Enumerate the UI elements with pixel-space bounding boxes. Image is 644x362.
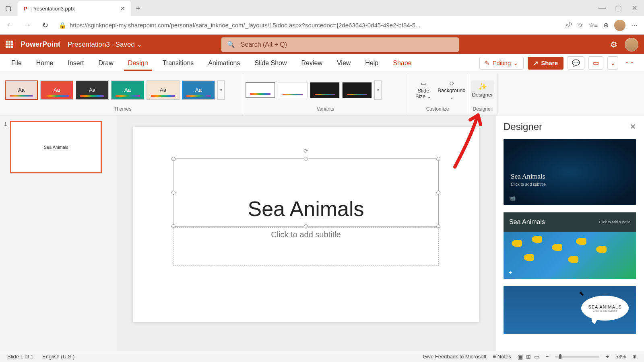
- variants-more-button[interactable]: ▾: [374, 80, 382, 100]
- slide-canvas-area[interactable]: ⟳ Sea Animals Click to add subtitle: [117, 115, 495, 351]
- slide-thumbnails-panel: 1 Sea Animals: [0, 115, 117, 351]
- design-suggestion-3[interactable]: SEA ANIMALS Click to add subtitle: [504, 286, 636, 334]
- window-maximize-icon[interactable]: ▢: [611, 1, 625, 15]
- tab-file[interactable]: File: [7, 56, 26, 71]
- browser-tab[interactable]: P Presentation3.pptx ✕: [18, 1, 131, 16]
- theme-thumb-4[interactable]: Aa: [111, 80, 144, 100]
- search-input[interactable]: 🔍 Search (Alt + Q): [221, 37, 459, 52]
- tab-draw[interactable]: Draw: [94, 56, 117, 71]
- chevron-down-icon: ⌄: [513, 60, 518, 67]
- read-aloud-icon[interactable]: A)): [566, 21, 572, 29]
- normal-view-icon[interactable]: ▣: [518, 354, 523, 360]
- tab-slideshow[interactable]: Slide Show: [250, 56, 291, 71]
- feedback-link[interactable]: Give Feedback to Microsoft: [423, 354, 486, 360]
- collections-icon[interactable]: ⊕: [603, 21, 609, 29]
- close-tab-icon[interactable]: ✕: [120, 5, 125, 12]
- close-designer-icon[interactable]: ✕: [630, 122, 636, 131]
- notes-toggle[interactable]: ≡ Notes: [493, 354, 511, 360]
- search-placeholder: Search (Alt + Q): [241, 41, 287, 48]
- zoom-out-icon[interactable]: −: [546, 354, 549, 360]
- doc-name: Presentation3: [68, 41, 110, 49]
- background-button[interactable]: ◇ Background ⌄: [439, 78, 464, 101]
- account-avatar[interactable]: [625, 38, 638, 51]
- favorite-icon[interactable]: ✩: [578, 21, 583, 29]
- share-button[interactable]: ↗ Share: [528, 57, 564, 70]
- slide-canvas[interactable]: ⟳ Sea Animals Click to add subtitle: [133, 127, 479, 322]
- powerpoint-file-icon: P: [24, 6, 27, 12]
- variant-2[interactable]: [278, 82, 308, 98]
- suggestion-title: Sea Animals: [509, 218, 545, 226]
- slide-thumbnail-1[interactable]: Sea Animals: [10, 121, 102, 173]
- designer-wand-icon: ✨: [478, 82, 487, 91]
- back-button[interactable]: ←: [2, 18, 17, 33]
- tab-view[interactable]: View: [333, 56, 355, 71]
- search-icon: 🔍: [227, 41, 235, 48]
- star-icon: ✦: [508, 270, 512, 276]
- zoom-level[interactable]: 53%: [615, 354, 626, 360]
- fit-to-window-icon[interactable]: ⊕: [632, 354, 637, 360]
- subtitle-placeholder[interactable]: Click to add subtitle: [173, 227, 439, 266]
- tab-design[interactable]: Design: [124, 56, 152, 71]
- design-suggestion-1[interactable]: Sea Animals Click to add subtitle 📹: [504, 139, 636, 205]
- slide-title-text[interactable]: Sea Animals: [173, 159, 438, 226]
- separator: -: [111, 41, 114, 49]
- window-close-icon[interactable]: ✕: [627, 1, 642, 15]
- title-placeholder[interactable]: ⟳ Sea Animals: [173, 158, 439, 227]
- window-minimize-icon[interactable]: —: [595, 1, 609, 15]
- refresh-button[interactable]: ↻: [38, 18, 52, 33]
- browser-tab-strip: ▢ P Presentation3.pptx ✕ ＋ — ▢ ✕: [0, 0, 644, 16]
- theme-thumb-1[interactable]: Aa: [5, 80, 38, 100]
- new-tab-button[interactable]: ＋: [131, 1, 145, 15]
- designer-suggestions-list[interactable]: Sea Animals Click to add subtitle 📹 Sea …: [495, 136, 644, 351]
- tab-insert[interactable]: Insert: [64, 56, 88, 71]
- present-dropdown[interactable]: ⌄: [607, 56, 618, 70]
- theme-thumb-6[interactable]: Aa: [182, 80, 215, 100]
- favorites-bar-icon[interactable]: ☆≡: [588, 21, 598, 29]
- design-suggestion-2[interactable]: Sea Animals Click to add subtitle ✦: [504, 212, 636, 279]
- activity-icon[interactable]: 〰: [622, 57, 637, 69]
- share-icon: ↗: [533, 60, 539, 67]
- theme-thumb-5[interactable]: Aa: [147, 80, 180, 100]
- variant-4[interactable]: [342, 82, 372, 98]
- zoom-in-icon[interactable]: +: [606, 354, 609, 360]
- sorter-view-icon[interactable]: ⊞: [526, 354, 531, 360]
- tab-home[interactable]: Home: [32, 56, 58, 71]
- tab-help[interactable]: Help: [361, 56, 382, 71]
- variant-1[interactable]: [246, 82, 275, 98]
- tab-review[interactable]: Review: [297, 56, 326, 71]
- rotate-handle-icon[interactable]: ⟳: [303, 148, 308, 154]
- video-icon: 📹: [509, 195, 516, 201]
- app-launcher-icon[interactable]: [6, 41, 13, 48]
- profile-avatar[interactable]: [614, 20, 625, 31]
- suggestion-title: Sea Animals: [511, 173, 545, 181]
- document-title-status[interactable]: Presentation3 - Saved ⌄: [68, 40, 142, 49]
- zoom-slider[interactable]: [555, 356, 599, 358]
- slide-counter[interactable]: Slide 1 of 1: [7, 354, 33, 360]
- suggestion-subtitle: Click to add subtitle: [599, 220, 630, 224]
- tab-shape[interactable]: Shape: [389, 56, 415, 71]
- browser-sidepanel-button[interactable]: ▢: [0, 0, 16, 16]
- suggestion-image: [504, 232, 636, 279]
- main-area: 1 Sea Animals ⟳ Sea Animals Click to add…: [0, 115, 644, 351]
- variant-3[interactable]: [310, 82, 340, 98]
- designer-pane-title: Designer: [504, 121, 542, 132]
- url-field[interactable]: 🔒 https://sginknoepl-my.sharepoint.com/p…: [56, 19, 558, 32]
- designer-button[interactable]: ✨ Designer: [471, 80, 494, 99]
- editing-mode-button[interactable]: ✎ Editing ⌄: [479, 57, 524, 70]
- settings-gear-icon[interactable]: ⚙: [610, 40, 617, 49]
- tab-transitions[interactable]: Transitions: [159, 56, 198, 71]
- theme-thumb-2[interactable]: Aa: [40, 80, 73, 100]
- comments-button[interactable]: 💬: [568, 56, 584, 70]
- group-customize-label: Customize: [411, 105, 464, 113]
- url-text: https://sginknoepl-my.sharepoint.com/per…: [70, 22, 421, 29]
- tab-animations[interactable]: Animations: [204, 56, 244, 71]
- app-header: PowerPoint Presentation3 - Saved ⌄ 🔍 Sea…: [0, 35, 644, 54]
- themes-more-button[interactable]: ▾: [217, 80, 225, 100]
- theme-thumb-3[interactable]: Aa: [76, 80, 109, 100]
- present-button[interactable]: ▭: [588, 56, 603, 70]
- reading-view-icon[interactable]: ▭: [534, 354, 539, 360]
- language-status[interactable]: English (U.S.): [42, 354, 74, 360]
- slide-size-button[interactable]: ▭ SlideSize ⌄: [411, 79, 436, 101]
- more-icon[interactable]: ⋯: [631, 21, 638, 29]
- ribbon-content: Aa Aa Aa Aa Aa Aa ▾ Themes ▾ Variants ▭ …: [0, 72, 644, 115]
